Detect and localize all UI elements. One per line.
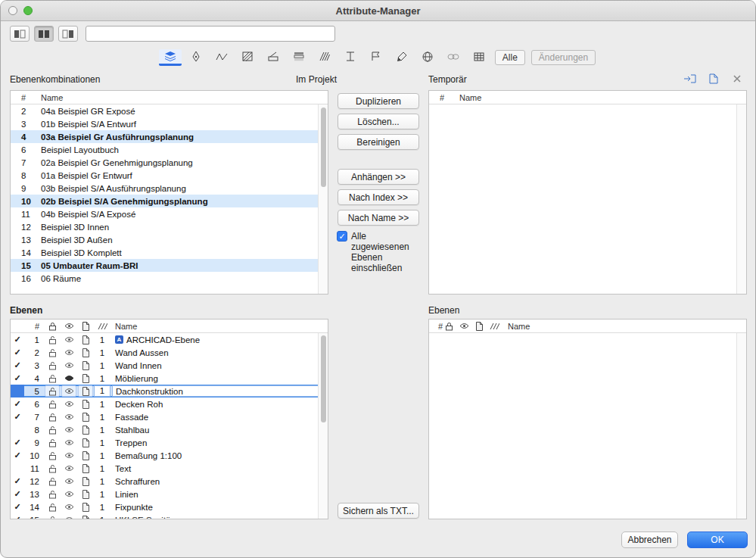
scrollbar-thumb[interactable]: [321, 108, 326, 187]
lock-icon[interactable]: [44, 513, 61, 519]
layer-row[interactable]: ✓ 8 1 A Stahlbau: [11, 423, 328, 436]
layer-check[interactable]: ✓: [11, 397, 24, 410]
solid-view-icon[interactable]: [77, 500, 94, 513]
intersection-number[interactable]: 1: [94, 426, 110, 435]
lock-icon[interactable]: [44, 475, 61, 488]
view-left-pane-button[interactable]: [10, 26, 30, 42]
eye-icon[interactable]: [61, 462, 77, 475]
solid-view-icon[interactable]: [77, 475, 94, 488]
tab-mep-systems[interactable]: [442, 49, 465, 66]
clear-temporary-button[interactable]: [727, 70, 746, 87]
tab-steel-profiles[interactable]: [339, 49, 362, 66]
solid-view-icon[interactable]: [77, 410, 94, 423]
solid-view-icon[interactable]: [77, 488, 94, 500]
combination-row[interactable]: 16 06 Räume: [11, 272, 328, 285]
new-document-button[interactable]: [704, 70, 723, 87]
solid-view-icon[interactable]: [77, 397, 94, 410]
solid-view-icon[interactable]: [77, 346, 94, 359]
include-assigned-layers-checkbox[interactable]: ✓ Alle zugewiesenen Ebenen einschließen: [337, 231, 422, 273]
tab-line-types[interactable]: [210, 49, 233, 66]
eye-icon[interactable]: [61, 449, 77, 462]
solid-view-icon[interactable]: [77, 372, 94, 385]
solid-view-icon[interactable]: [77, 359, 94, 372]
eye-icon[interactable]: [61, 397, 77, 410]
view-both-panes-button[interactable]: [34, 26, 54, 42]
by-name-button[interactable]: Nach Name >>: [338, 210, 419, 226]
zoom-button[interactable]: [23, 6, 33, 15]
eye-icon[interactable]: [61, 410, 77, 423]
combination-row[interactable]: 14 Beispiel 3D Komplett: [11, 246, 328, 259]
solid-view-icon[interactable]: [77, 333, 94, 346]
layer-row[interactable]: ✓ 12 1 A Schraffuren: [11, 475, 328, 488]
tab-profiles[interactable]: [313, 49, 336, 66]
tab-zone-categories[interactable]: [365, 49, 387, 66]
solid-view-icon[interactable]: [77, 462, 94, 475]
by-index-button[interactable]: Nach Index >>: [338, 189, 419, 205]
eye-icon[interactable]: [61, 359, 77, 372]
layer-row[interactable]: ✓ 4 1 A Möblierung: [11, 372, 328, 385]
delete-button[interactable]: Löschen...: [338, 114, 419, 129]
layer-name[interactable]: A UKLSE Sanitär: [110, 516, 328, 520]
combination-row[interactable]: 3 01b Beispiel S/A Entwurf: [11, 117, 328, 130]
intersection-number[interactable]: 1: [94, 348, 110, 357]
layer-name[interactable]: A Schraffuren: [110, 477, 328, 486]
layer-check[interactable]: ✓: [11, 475, 24, 488]
lock-icon[interactable]: [44, 372, 61, 385]
eye-icon[interactable]: [61, 488, 77, 500]
lock-icon[interactable]: [44, 488, 61, 500]
layer-check[interactable]: ✓: [11, 385, 24, 397]
combination-row[interactable]: 2 04a Beispiel GR Exposé: [11, 104, 328, 117]
combination-row[interactable]: 13 Beispiel 3D Außen: [11, 233, 328, 246]
purge-button[interactable]: Bereinigen: [338, 134, 419, 150]
layer-row[interactable]: ✓ 2 1 A Wand Aussen: [11, 346, 328, 359]
intersection-number[interactable]: 1: [94, 451, 110, 460]
intersection-number[interactable]: 1: [94, 374, 110, 383]
intersection-number[interactable]: 1: [94, 438, 110, 447]
lock-icon[interactable]: [44, 410, 61, 423]
intersection-number[interactable]: 1: [94, 361, 110, 370]
combination-row[interactable]: 8 01a Beispiel Gr Entwurf: [11, 169, 328, 182]
solid-view-icon[interactable]: [77, 436, 94, 449]
tab-cities[interactable]: [416, 49, 439, 66]
lock-icon[interactable]: [44, 449, 61, 462]
close-button[interactable]: [8, 6, 17, 15]
intersection-number[interactable]: 1: [94, 335, 110, 344]
layer-name[interactable]: A Bemaßung 1:100: [110, 451, 328, 460]
eye-icon[interactable]: [61, 513, 77, 519]
ok-button[interactable]: OK: [687, 532, 748, 548]
layer-name[interactable]: A Fixpunkte: [110, 503, 328, 512]
layer-name[interactable]: A Dachkonstruktion: [112, 385, 325, 397]
layer-row[interactable]: ✓ 15 1 A UKLSE Sanitär: [11, 513, 328, 519]
layer-name[interactable]: A Stahlbau: [110, 426, 328, 435]
intersection-number[interactable]: 1: [94, 516, 110, 520]
combination-row[interactable]: 15 05 Umbauter Raum-BRI: [11, 259, 328, 272]
layers-right-scrollbar[interactable]: [736, 333, 746, 519]
tab-building-materials[interactable]: [262, 49, 285, 66]
layer-row[interactable]: ✓ 10 1 A Bemaßung 1:100: [11, 449, 328, 462]
layer-check[interactable]: ✓: [11, 359, 24, 372]
combinations-scrollbar[interactable]: [318, 104, 328, 294]
eye-icon[interactable]: [61, 423, 77, 436]
layer-row[interactable]: ✓ 11 1 A Text: [11, 462, 328, 475]
view-right-pane-button[interactable]: [58, 26, 78, 42]
intersection-number[interactable]: 1: [94, 503, 110, 512]
combination-row[interactable]: 12 Beispiel 3D Innen: [11, 220, 328, 233]
intersection-number[interactable]: 1: [94, 490, 110, 499]
layer-row[interactable]: ✓ 1 1 A ARCHICAD-Ebene: [11, 333, 328, 346]
combination-row[interactable]: 11 04b Beispiel S/A Exposé: [11, 207, 328, 220]
eye-icon[interactable]: [61, 475, 77, 488]
layer-row[interactable]: ✓ 13 1 A Linien: [11, 488, 328, 500]
tab-alle[interactable]: Alle: [495, 50, 525, 65]
scrollbar-thumb[interactable]: [321, 335, 326, 422]
combination-row[interactable]: 10 02b Beispiel S/A Genehmigungsplanung: [11, 195, 328, 207]
eye-icon[interactable]: [61, 500, 77, 513]
lock-icon[interactable]: [44, 500, 61, 513]
layer-row[interactable]: ✓ 5 1 A Dachkonstruktion: [11, 385, 328, 397]
tab-surfaces[interactable]: [390, 49, 413, 66]
append-button[interactable]: Anhängen >>: [338, 169, 419, 185]
layer-check[interactable]: ✓: [11, 488, 24, 500]
eye-icon[interactable]: [61, 372, 77, 385]
eye-icon[interactable]: [61, 333, 77, 346]
solid-view-icon[interactable]: [77, 513, 94, 519]
layer-name[interactable]: A Text: [110, 464, 328, 473]
